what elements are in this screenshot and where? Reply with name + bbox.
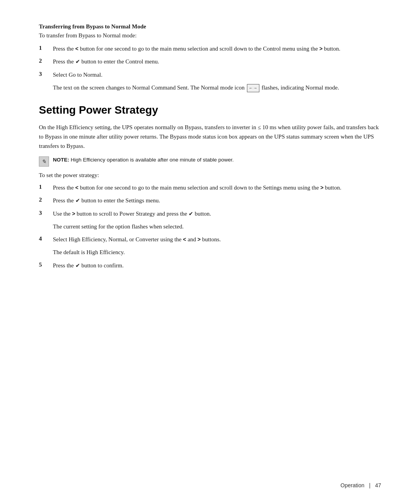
step-content: Select High Efficiency, Normal, or Conve…	[53, 235, 381, 244]
step-number: 3	[39, 70, 53, 77]
page-number: 47	[375, 482, 381, 488]
step-number: 2	[39, 196, 53, 203]
step-content: Select Go to Normal.	[53, 70, 381, 79]
step-number: 3	[39, 209, 53, 216]
list-item: 4 Select High Efficiency, Normal, or Con…	[39, 235, 381, 244]
step-content: Press the < button for one second to go …	[53, 183, 381, 192]
step-number: 4	[39, 235, 53, 242]
list-item: 1 Press the < button for one second to g…	[39, 44, 381, 53]
check-button-icon: ✔	[75, 197, 80, 205]
step-number: 1	[39, 183, 53, 190]
step-number: 2	[39, 57, 53, 64]
footer-label: Operation	[341, 482, 364, 488]
check-button-icon: ✔	[189, 210, 193, 218]
bypass-steps-list: 1 Press the < button for one second to g…	[39, 44, 381, 79]
main-section-heading: Setting Power Strategy	[39, 104, 381, 116]
power-strategy-steps-list-final: 5 Press the ✔ button to confirm.	[39, 261, 381, 270]
bypass-intro: To transfer from Bypass to Normal mode:	[39, 32, 381, 39]
main-paragraph: On the High Efficiency setting, the UPS …	[39, 123, 381, 151]
list-item: 1 Press the < button for one second to g…	[39, 183, 381, 192]
power-strategy-steps-list-continued: 4 Select High Efficiency, Normal, or Con…	[39, 235, 381, 244]
page-footer: Operation | 47	[341, 482, 381, 488]
right-button-icon: >	[72, 210, 75, 218]
note-label: NOTE:	[53, 157, 69, 163]
list-item: 3 Select Go to Normal.	[39, 70, 381, 79]
check-button-icon: ✔	[75, 58, 80, 66]
right-button-icon: >	[319, 45, 322, 53]
bypass-to-normal-section: Transferring from Bypass to Normal Mode …	[39, 23, 381, 92]
note-content: High Efficiency operation is available a…	[71, 157, 234, 163]
left-button-icon: <	[183, 235, 186, 244]
step-content: Press the < button for one second to go …	[53, 44, 381, 53]
list-item: 2 Press the ✔ button to enter the Settin…	[39, 196, 381, 205]
step-number: 5	[39, 261, 53, 268]
note-box: ✎ NOTE: High Efficiency operation is ava…	[39, 156, 381, 167]
step-content: Press the ✔ button to enter the Settings…	[53, 196, 381, 205]
bypass-heading: Transferring from Bypass to Normal Mode	[39, 23, 381, 30]
to-set-intro: To set the power strategy:	[39, 172, 381, 179]
note-text: NOTE: High Efficiency operation is avail…	[53, 156, 234, 164]
list-item: 2 Press the ✔ button to enter the Contro…	[39, 57, 381, 66]
setting-power-strategy-section: Setting Power Strategy On the High Effic…	[39, 104, 381, 270]
step-content: Press the ✔ button to confirm.	[53, 261, 381, 270]
check-button-icon: ✔	[75, 262, 80, 270]
step3-ps-subnote: The current setting for the option flash…	[53, 222, 381, 231]
right-button-icon: >	[320, 184, 324, 192]
left-button-icon: <	[75, 184, 79, 192]
step-content: Press the ✔ button to enter the Control …	[53, 57, 381, 66]
step4-ps-subnote: The default is High Efficiency.	[53, 248, 381, 257]
list-item: 3 Use the > button to scroll to Power St…	[39, 209, 381, 218]
left-button-icon: <	[75, 45, 79, 53]
step-number: 1	[39, 44, 53, 51]
step-content: Use the > button to scroll to Power Stra…	[53, 209, 381, 218]
footer-divider: |	[369, 482, 371, 488]
list-item: 5 Press the ✔ button to confirm.	[39, 261, 381, 270]
right-button-icon: >	[198, 235, 201, 244]
note-icon: ✎	[39, 156, 49, 167]
power-strategy-steps-list: 1 Press the < button for one second to g…	[39, 183, 381, 218]
step3-subnote: The text on the screen changes to Normal…	[53, 83, 381, 92]
normal-mode-icon: ←→	[247, 84, 259, 92]
